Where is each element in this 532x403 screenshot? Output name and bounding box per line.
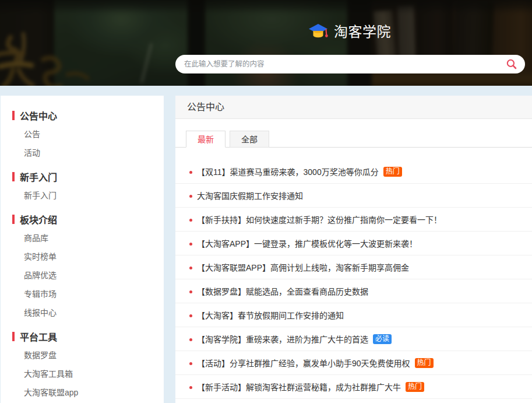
page-title: 公告中心 [175, 96, 532, 119]
announcement-text: 【新手活动】解锁淘客社群运营秘籍，成为社群推广大牛 [197, 381, 401, 393]
section-accent-bar [12, 111, 15, 120]
sidebar-item-tipoff-center[interactable]: 线报中心 [1, 303, 164, 322]
announcement-text: 【新手扶持】如何快速度过新手期？这份推广指南你一定要看一下！ [197, 213, 442, 225]
sidebar-item-beginner-guide[interactable]: 新手入门 [1, 186, 164, 205]
search-icon [506, 58, 517, 70]
section-accent-bar [12, 215, 15, 224]
sidebar-item-album-market[interactable]: 专辑市场 [1, 285, 164, 303]
bullet-icon [189, 219, 192, 222]
search-bar [175, 55, 525, 73]
search-button[interactable] [498, 55, 525, 73]
announcement-row[interactable]: 【新手扶持】如何快速度过新手期？这份推广指南你一定要看一下！ [175, 208, 532, 232]
tab-bar: 最新 全部 [186, 131, 532, 148]
bullet-icon [189, 386, 192, 389]
announcement-text: 大淘客国庆假期工作安排通知 [197, 190, 303, 201]
sidebar-section-platform-tools[interactable]: 平台工具 [1, 327, 164, 346]
main-panel: 公告中心 最新 全部 【双11】渠道赛马重磅来袭，3000万奖池等你瓜分热门 大… [175, 96, 532, 403]
announcement-text: 【大淘客】春节放假期间工作安排的通知 [197, 309, 344, 321]
sidebar-item-data-compass[interactable]: 数据罗盘 [1, 346, 164, 365]
announcement-text: 【淘客学院】重磅来袭，进阶为推广大牛的首选 [197, 333, 368, 345]
bullet-icon [189, 362, 192, 365]
sidebar-item-realtime-ranking[interactable]: 实时榜单 [1, 247, 164, 266]
sidebar-section-modules[interactable]: 板块介绍 [1, 210, 164, 229]
section-accent-bar [12, 332, 15, 341]
sidebar-item-brand-selection[interactable]: 品牌优选 [1, 266, 164, 285]
announcement-row[interactable]: 【淘客学院】重磅来袭，进阶为推广大牛的首选必读 [175, 327, 532, 351]
tab-divider [175, 147, 532, 148]
announcement-list: 【双11】渠道赛马重磅来袭，3000万奖池等你瓜分热门 大淘客国庆假期工作安排通… [175, 148, 532, 399]
section-accent-bar [12, 172, 15, 181]
tab-all[interactable]: 全部 [230, 131, 269, 148]
announcement-row[interactable]: 【新手活动】解锁淘客社群运营秘籍，成为社群推广大牛热门 [175, 375, 532, 399]
announcement-text: 【大淘客APP】一键登录，推广模板优化等一大波更新来袭！ [197, 237, 417, 249]
bullet-icon [189, 338, 192, 341]
search-input[interactable] [175, 60, 498, 68]
bullet-icon [189, 314, 192, 317]
announcement-row[interactable]: 大淘客国庆假期工作安排通知 [175, 184, 532, 208]
sidebar-nav: 公告中心 公告 活动 新手入门 新手入门 板块介绍 商品库 实时榜单 品牌优选 … [1, 96, 164, 403]
bullet-icon [189, 243, 192, 246]
announcement-text: 【双11】渠道赛马重磅来袭，3000万奖池等你瓜分 [197, 166, 379, 177]
sidebar-section: 新手入门 新手入门 [1, 167, 164, 205]
sidebar-section: 平台工具 数据罗盘 大淘客工具箱 大淘客联盟app [1, 327, 164, 402]
hero-banner: 淘客学院 [0, 0, 532, 86]
bullet-icon [189, 267, 192, 269]
announcement-row[interactable]: 【大淘客】春节放假期间工作安排的通知 [175, 303, 532, 327]
tab-latest[interactable]: 最新 [186, 131, 226, 148]
announcement-row[interactable]: 【活动】分享社群推广经验，赢发单小助手90天免费使用权热门 [175, 351, 532, 375]
announcement-row[interactable]: 【大淘客APP】一键登录，推广模板优化等一大波更新来袭！ [175, 232, 532, 255]
sidebar-item-announcement[interactable]: 公告 [1, 125, 164, 143]
graduation-cap-icon [308, 23, 328, 41]
bullet-icon [189, 290, 192, 293]
hot-badge: 热门 [415, 358, 434, 368]
hot-badge: 热门 [383, 167, 402, 177]
announcement-text: 【数据罗盘】赋能选品，全面查看商品历史数据 [197, 285, 368, 297]
announcement-row[interactable]: 【双11】渠道赛马重磅来袭，3000万奖池等你瓜分热门 [175, 160, 532, 184]
announcement-text: 【大淘客联盟APP】高佣计划上线啦，淘客新手期享高佣金 [197, 261, 409, 273]
sidebar-item-dataoke-union-app[interactable]: 大淘客联盟app [1, 383, 164, 402]
announcement-text: 【活动】分享社群推广经验，赢发单小助手90天免费使用权 [197, 357, 410, 369]
sidebar-item-dataoke-toolbox[interactable]: 大淘客工具箱 [1, 365, 164, 383]
sidebar-section-beginner[interactable]: 新手入门 [1, 167, 164, 186]
sidebar-section-announcement-center[interactable]: 公告中心 [1, 106, 164, 125]
announcement-row[interactable]: 【大淘客联盟APP】高佣计划上线啦，淘客新手期享高佣金 [175, 255, 532, 279]
must-read-badge: 必读 [373, 334, 392, 344]
bullet-icon [189, 195, 192, 198]
sidebar-item-activity[interactable]: 活动 [1, 143, 164, 162]
sidebar-section: 板块介绍 商品库 实时榜单 品牌优选 专辑市场 线报中心 [1, 210, 164, 322]
announcement-row[interactable]: 【数据罗盘】赋能选品，全面查看商品历史数据 [175, 279, 532, 303]
sidebar-section: 公告中心 公告 活动 [1, 106, 164, 162]
sidebar-item-product-library[interactable]: 商品库 [1, 229, 164, 247]
bullet-icon [189, 171, 192, 174]
hot-badge: 热门 [406, 382, 424, 392]
site-title: 淘客学院 [334, 22, 391, 42]
site-logo[interactable]: 淘客学院 [308, 22, 391, 42]
